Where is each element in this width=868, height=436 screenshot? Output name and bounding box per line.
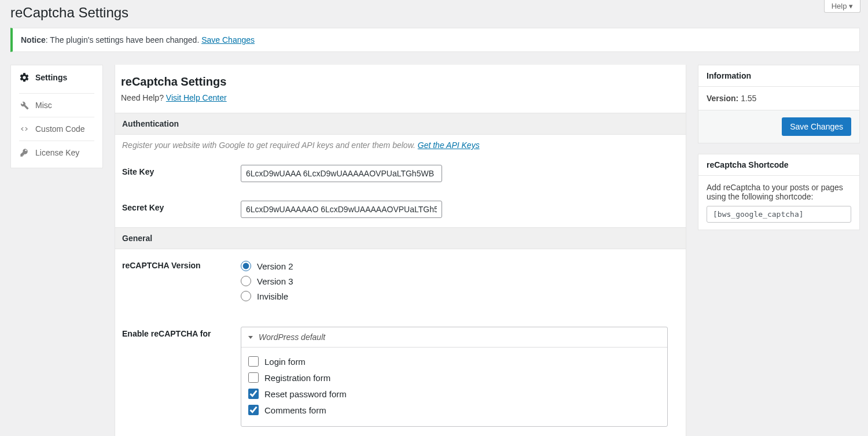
wrench-icon bbox=[19, 101, 30, 110]
nav-item-custom-code[interactable]: Custom Code bbox=[11, 117, 102, 141]
page-title: reCaptcha Settings bbox=[0, 0, 868, 28]
help-center-link[interactable]: Visit Help Center bbox=[166, 93, 227, 102]
help-tab[interactable]: Help ▾ bbox=[824, 0, 860, 13]
secret-key-input[interactable] bbox=[241, 201, 442, 218]
nav-item-license[interactable]: License Key bbox=[11, 141, 102, 164]
key-icon bbox=[19, 148, 30, 157]
form-option-label: Registration form bbox=[264, 373, 330, 383]
shortcode-desc: Add reCaptcha to your posts or pages usi… bbox=[707, 183, 851, 201]
nav-label: License Key bbox=[35, 148, 79, 157]
nav-item-misc[interactable]: Misc bbox=[11, 94, 102, 117]
reset-password-form-checkbox[interactable] bbox=[248, 389, 259, 399]
shortcode-box: reCaptcha Shortcode Add reCaptcha to you… bbox=[698, 154, 860, 230]
need-help-text: Need Help? bbox=[121, 93, 166, 102]
nav-label: Custom Code bbox=[35, 124, 85, 134]
nav-label: Misc bbox=[35, 101, 52, 110]
version-option-label: Version 2 bbox=[257, 261, 293, 271]
version-label: Version: bbox=[707, 94, 738, 103]
notice-banner: Notice: The plugin's settings have been … bbox=[10, 28, 860, 52]
main-title: reCaptcha Settings bbox=[115, 65, 686, 90]
version-value: 1.55 bbox=[741, 94, 756, 103]
version-option-label: Invisible bbox=[257, 291, 288, 301]
gear-icon bbox=[19, 72, 30, 83]
section-auth-heading: Authentication bbox=[115, 113, 686, 135]
shortcode-title: reCaptcha Shortcode bbox=[698, 154, 859, 176]
information-title: Information bbox=[698, 65, 859, 87]
form-option-label: Comments form bbox=[264, 405, 326, 415]
site-key-input[interactable] bbox=[241, 165, 442, 182]
site-key-label: Site Key bbox=[122, 165, 241, 176]
nav-label: Settings bbox=[35, 73, 67, 82]
panel-collapse-toggle[interactable]: WordPress default bbox=[241, 327, 667, 348]
registration-form-checkbox[interactable] bbox=[248, 372, 259, 383]
caret-down-icon bbox=[248, 336, 253, 339]
auth-hint-text: Register your website with Google to get… bbox=[122, 141, 418, 150]
form-option-label: Reset password form bbox=[264, 389, 347, 399]
enable-panel: WordPress default Login form Registratio… bbox=[241, 327, 668, 427]
version-3-radio[interactable]: Version 3 bbox=[241, 274, 293, 289]
enable-label: Enable reCAPTCHA for bbox=[122, 327, 241, 338]
get-api-keys-link[interactable]: Get the API Keys bbox=[418, 141, 480, 150]
version-invisible-radio[interactable]: Invisible bbox=[241, 289, 293, 304]
main-panel: reCaptcha Settings Need Help? Visit Help… bbox=[115, 65, 686, 436]
form-option-label: Login form bbox=[264, 357, 306, 367]
save-changes-button[interactable]: Save Changes bbox=[782, 117, 851, 136]
version-option-label: Version 3 bbox=[257, 276, 293, 286]
auth-hint: Register your website with Google to get… bbox=[115, 135, 686, 156]
section-general-heading: General bbox=[115, 227, 686, 249]
panel-head-label: WordPress default bbox=[259, 332, 325, 342]
secret-key-label: Secret Key bbox=[122, 201, 241, 212]
notice-save-link[interactable]: Save Changes bbox=[201, 35, 255, 45]
version-label: reCAPTCHA Version bbox=[122, 258, 241, 270]
nav-item-settings[interactable]: Settings bbox=[11, 65, 102, 90]
information-box: Information Version: 1.55 Save Changes bbox=[698, 65, 860, 143]
notice-label: Notice bbox=[21, 35, 46, 45]
version-2-radio[interactable]: Version 2 bbox=[241, 258, 293, 274]
settings-nav: Settings Misc Custom Code bbox=[10, 65, 103, 168]
shortcode-input[interactable] bbox=[707, 206, 851, 223]
code-icon bbox=[19, 124, 30, 134]
comments-form-checkbox[interactable] bbox=[248, 405, 259, 415]
login-form-checkbox[interactable] bbox=[248, 356, 259, 367]
notice-text: : The plugin's settings have been change… bbox=[46, 35, 201, 45]
